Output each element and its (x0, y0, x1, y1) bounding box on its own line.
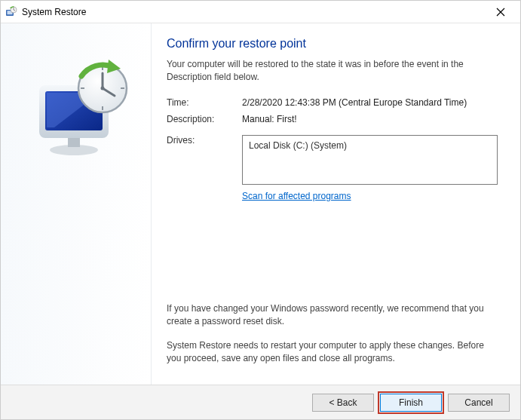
close-button[interactable] (486, 2, 516, 23)
drives-label: Drives: (167, 135, 242, 146)
drives-row: Drives: Local Disk (C:) (System) (167, 135, 498, 185)
back-button[interactable]: < Back (312, 394, 374, 412)
system-restore-window: System Restore (0, 0, 521, 420)
page-subtext: Your computer will be restored to the st… (167, 58, 498, 84)
scan-affected-programs-link[interactable]: Scan for affected programs (242, 191, 498, 201)
time-label: Time: (167, 97, 242, 108)
info-table: Time: 2/28/2020 12:43:38 PM (Central Eur… (167, 97, 498, 124)
button-bar: < Back Finish Cancel (1, 385, 520, 419)
time-value: 2/28/2020 12:43:38 PM (Central Europe St… (242, 97, 498, 108)
titlebar: System Restore (1, 1, 520, 23)
scan-link-row: Scan for affected programs (167, 191, 498, 201)
page-heading: Confirm your restore point (167, 37, 498, 51)
drives-list[interactable]: Local Disk (C:) (System) (242, 135, 498, 185)
finish-button[interactable]: Finish (380, 394, 442, 412)
restore-graphic (20, 54, 133, 167)
left-pane (1, 23, 152, 385)
description-label: Description: (167, 114, 242, 124)
description-value: Manual: First! (242, 114, 498, 124)
cancel-button[interactable]: Cancel (448, 394, 510, 412)
drives-list-item: Local Disk (C:) (System) (249, 140, 491, 151)
client-area: Confirm your restore point Your computer… (1, 23, 520, 385)
right-pane: Confirm your restore point Your computer… (152, 23, 520, 385)
system-restore-icon (5, 6, 17, 18)
restart-note: System Restore needs to restart your com… (167, 339, 498, 365)
window-title: System Restore (22, 7, 486, 17)
password-note: If you have changed your Windows passwor… (167, 302, 498, 328)
